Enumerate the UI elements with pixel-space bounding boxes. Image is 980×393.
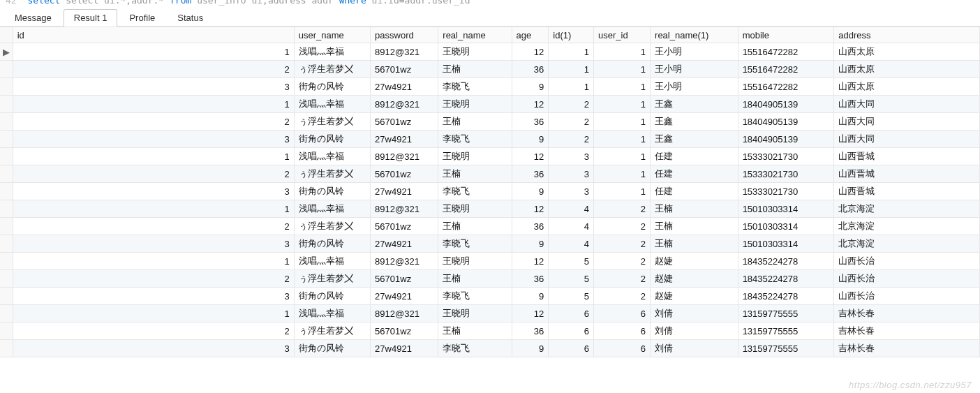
cell-real_name[interactable]: 王楠	[438, 61, 512, 78]
cell-address[interactable]: 山西大同	[834, 131, 980, 148]
cell-password[interactable]: 8912@321	[371, 305, 438, 322]
cell-password[interactable]: 8912@321	[371, 148, 438, 165]
table-row[interactable]: 3街角の风铃27w4921李晓飞921王鑫18404905139山西大同	[0, 131, 980, 148]
cell-address[interactable]: 山西长治	[834, 288, 980, 305]
cell-user_name[interactable]: 浅唱灬幸福	[294, 200, 370, 218]
table-row[interactable]: 3街角の风铃27w4921李晓飞931任建15333021730山西晋城	[0, 183, 980, 200]
cell-id[interactable]: 1	[13, 96, 294, 113]
cell-age[interactable]: 12	[512, 305, 549, 322]
table-row[interactable]: 3街角の风铃27w4921李晓飞952赵婕18435224278山西长治	[0, 288, 980, 305]
cell-user_name[interactable]: 街角の风铃	[294, 78, 370, 96]
cell-mobile[interactable]: 15333021730	[738, 148, 834, 165]
cell-real_name[interactable]: 王楠	[438, 218, 512, 235]
cell-id[interactable]: 2	[13, 322, 294, 340]
cell-real_name[interactable]: 李晓飞	[438, 288, 512, 305]
cell-user_id[interactable]: 6	[594, 340, 651, 357]
tab-status[interactable]: Status	[167, 9, 214, 27]
cell-mobile[interactable]: 15516472282	[738, 61, 834, 78]
cell-real_name1[interactable]: 王小明	[651, 78, 738, 96]
cell-user_id[interactable]: 1	[594, 78, 651, 96]
cell-user_name[interactable]: 浅唱灬幸福	[294, 148, 370, 165]
cell-address[interactable]: 山西太原	[834, 78, 980, 96]
cell-id1[interactable]: 5	[549, 253, 594, 270]
cell-age[interactable]: 9	[512, 183, 549, 200]
table-row[interactable]: 2ぅ浮生若梦〤56701wz王楠3621王鑫18404905139山西大同	[0, 113, 980, 131]
cell-age[interactable]: 12	[512, 148, 549, 165]
table-row[interactable]: 2ぅ浮生若梦〤56701wz王楠3631任建15333021730山西晋城	[0, 165, 980, 183]
cell-real_name[interactable]: 王晓明	[438, 96, 512, 113]
cell-address[interactable]: 山西大同	[834, 113, 980, 131]
cell-id1[interactable]: 4	[549, 218, 594, 235]
cell-address[interactable]: 山西晋城	[834, 165, 980, 183]
cell-id1[interactable]: 3	[549, 183, 594, 200]
cell-user_name[interactable]: 街角の风铃	[294, 131, 370, 148]
table-row[interactable]: 1浅唱灬幸福8912@321王晓明1231任建15333021730山西晋城	[0, 148, 980, 165]
cell-user_name[interactable]: ぅ浮生若梦〤	[294, 270, 370, 288]
cell-real_name1[interactable]: 赵婕	[651, 288, 738, 305]
cell-password[interactable]: 27w4921	[371, 340, 438, 357]
column-header-user_id[interactable]: user_id	[594, 27, 651, 43]
cell-real_name[interactable]: 王晓明	[438, 253, 512, 270]
table-row[interactable]: 3街角の风铃27w4921李晓飞966刘倩13159775555吉林长春	[0, 340, 980, 357]
tab-result-1[interactable]: Result 1	[64, 9, 118, 27]
cell-id[interactable]: 3	[13, 235, 294, 253]
cell-real_name[interactable]: 王楠	[438, 322, 512, 340]
cell-user_name[interactable]: ぅ浮生若梦〤	[294, 322, 370, 340]
cell-password[interactable]: 56701wz	[371, 218, 438, 235]
cell-address[interactable]: 北京海淀	[834, 235, 980, 253]
cell-id[interactable]: 2	[13, 113, 294, 131]
table-row[interactable]: 2ぅ浮生若梦〤56701wz王楠3652赵婕18435224278山西长治	[0, 270, 980, 288]
table-row[interactable]: 3街角の风铃27w4921李晓飞911王小明15516472282山西太原	[0, 78, 980, 96]
cell-real_name1[interactable]: 刘倩	[651, 305, 738, 322]
cell-id[interactable]: 2	[13, 61, 294, 78]
cell-id1[interactable]: 3	[549, 148, 594, 165]
cell-user_name[interactable]: 街角の风铃	[294, 183, 370, 200]
tab-message[interactable]: Message	[4, 9, 62, 27]
cell-id[interactable]: 3	[13, 340, 294, 357]
cell-address[interactable]: 山西长治	[834, 270, 980, 288]
cell-password[interactable]: 8912@321	[371, 253, 438, 270]
cell-password[interactable]: 56701wz	[371, 270, 438, 288]
cell-address[interactable]: 北京海淀	[834, 200, 980, 218]
cell-user_id[interactable]: 1	[594, 113, 651, 131]
cell-age[interactable]: 36	[512, 270, 549, 288]
cell-real_name[interactable]: 王晓明	[438, 200, 512, 218]
cell-age[interactable]: 36	[512, 113, 549, 131]
cell-user_name[interactable]: ぅ浮生若梦〤	[294, 218, 370, 235]
cell-address[interactable]: 山西长治	[834, 253, 980, 270]
cell-id1[interactable]: 1	[549, 43, 594, 61]
cell-real_name1[interactable]: 王鑫	[651, 96, 738, 113]
result-grid[interactable]: iduser_namepasswordreal_nameageid(1)user…	[0, 27, 980, 357]
cell-password[interactable]: 56701wz	[371, 113, 438, 131]
cell-id1[interactable]: 6	[549, 340, 594, 357]
cell-address[interactable]: 北京海淀	[834, 218, 980, 235]
cell-user_id[interactable]: 2	[594, 200, 651, 218]
cell-password[interactable]: 56701wz	[371, 322, 438, 340]
cell-real_name[interactable]: 王楠	[438, 165, 512, 183]
cell-password[interactable]: 8912@321	[371, 200, 438, 218]
cell-real_name1[interactable]: 刘倩	[651, 340, 738, 357]
cell-id[interactable]: 2	[13, 165, 294, 183]
cell-real_name[interactable]: 王晓明	[438, 305, 512, 322]
table-row[interactable]: 2ぅ浮生若梦〤56701wz王楠3611王小明15516472282山西太原	[0, 61, 980, 78]
cell-address[interactable]: 吉林长春	[834, 305, 980, 322]
cell-user_name[interactable]: 浅唱灬幸福	[294, 43, 370, 61]
cell-address[interactable]: 山西太原	[834, 43, 980, 61]
cell-id1[interactable]: 5	[549, 288, 594, 305]
cell-id1[interactable]: 2	[549, 131, 594, 148]
table-row[interactable]: 1浅唱灬幸福8912@321王晓明1242王楠15010303314北京海淀	[0, 200, 980, 218]
cell-age[interactable]: 36	[512, 165, 549, 183]
cell-mobile[interactable]: 18404905139	[738, 131, 834, 148]
cell-age[interactable]: 36	[512, 218, 549, 235]
cell-real_name1[interactable]: 王楠	[651, 200, 738, 218]
cell-password[interactable]: 27w4921	[371, 288, 438, 305]
column-header-password[interactable]: password	[371, 27, 438, 43]
cell-id1[interactable]: 1	[549, 61, 594, 78]
cell-id1[interactable]: 5	[549, 270, 594, 288]
cell-user_id[interactable]: 1	[594, 131, 651, 148]
cell-password[interactable]: 27w4921	[371, 131, 438, 148]
cell-address[interactable]: 山西大同	[834, 96, 980, 113]
cell-id1[interactable]: 3	[549, 165, 594, 183]
cell-address[interactable]: 山西晋城	[834, 183, 980, 200]
cell-mobile[interactable]: 15333021730	[738, 183, 834, 200]
